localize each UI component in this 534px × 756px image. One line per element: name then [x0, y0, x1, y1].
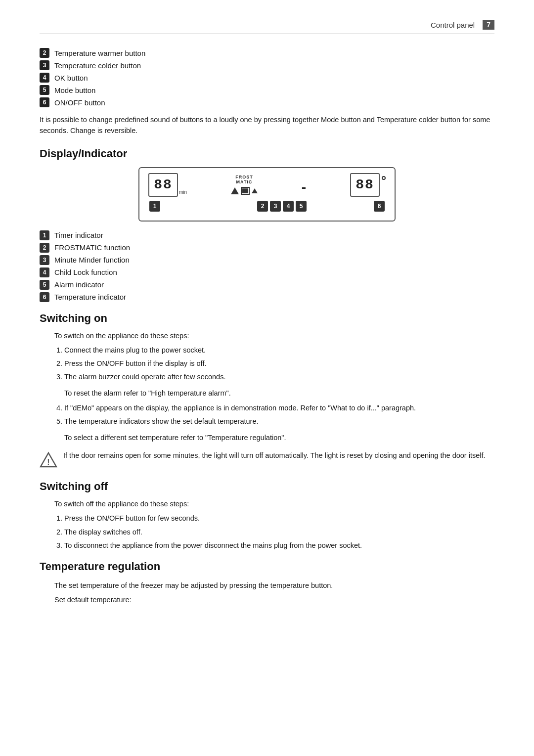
button-note: It is possible to change predefined soun…: [40, 114, 494, 136]
degree-circle: [382, 176, 386, 180]
indicator-label-4: Child Lock function: [54, 268, 117, 276]
step-5-sub: To select a different set temperature re…: [64, 433, 494, 444]
item-label-4: OK button: [54, 74, 88, 82]
indicator-item-6: 6 Temperature indicator: [40, 292, 494, 302]
indicator-label-5: Alarm indicator: [54, 280, 104, 289]
warning-icon: !: [40, 451, 57, 470]
temp-reg-sub: Set default temperature:: [54, 594, 494, 606]
diag-label-4: 4: [283, 201, 294, 212]
small-triangle-icon: [252, 188, 258, 193]
switching-off-heading: Switching off: [40, 480, 494, 493]
indicator-badge-1: 1: [40, 230, 49, 240]
indicator-item-4: 4 Child Lock function: [40, 267, 494, 277]
display-row: 88 min FROSTMATIC -: [148, 173, 386, 197]
indicator-item-1: 1 Timer indicator: [40, 230, 494, 240]
indicator-item-5: 5 Alarm indicator: [40, 280, 494, 290]
seg-left: 88: [148, 173, 178, 197]
warning-text: If the door remains open for some minute…: [63, 450, 486, 461]
warning-triangle-icon: !: [40, 451, 57, 469]
seg-right: 88: [350, 173, 380, 197]
step-5: The temperature indicators show the set …: [64, 416, 494, 427]
diagram-labels: 1 2 3 4 5 6: [148, 201, 386, 212]
right-display: 88: [350, 173, 386, 197]
item-label-6: ON/OFF button: [54, 98, 105, 107]
warning-box: ! If the door remains open for some minu…: [40, 450, 494, 470]
svg-text:!: !: [47, 458, 49, 466]
dash-separator: -: [302, 179, 306, 195]
page: Control panel 7 2 Temperature warmer but…: [0, 0, 534, 756]
list-item: 2 Temperature warmer button: [40, 48, 494, 58]
switching-on-body: To switch on the appliance do these step…: [54, 332, 494, 443]
min-label: min: [179, 189, 187, 195]
indicator-label-3: Minute Minder function: [54, 256, 130, 264]
indicator-badge-5: 5: [40, 280, 49, 290]
item-label-2: Temperature warmer button: [54, 49, 145, 57]
diag-label-5: 5: [296, 201, 307, 212]
indicator-badge-3: 3: [40, 255, 49, 265]
indicator-list: 1 Timer indicator 2 FROSTMATIC function …: [40, 230, 494, 302]
switching-off-intro: To switch off the appliance do these ste…: [54, 500, 494, 508]
temp-reg-heading: Temperature regulation: [40, 560, 494, 573]
key-icon: [241, 187, 250, 195]
display-diagram: 88 min FROSTMATIC -: [138, 167, 396, 222]
diag-label-6: 6: [374, 201, 385, 212]
step-2: Press the ON/OFF button if the display i…: [64, 358, 494, 369]
switching-off-steps: Press the ON/OFF button for few seconds.…: [64, 513, 494, 551]
badge-4: 4: [40, 73, 49, 83]
switching-on-heading: Switching on: [40, 312, 494, 325]
list-item: 6 ON/OFF button: [40, 97, 494, 107]
display-icons: [231, 187, 258, 195]
page-number: 7: [483, 20, 494, 30]
step-3: The alarm buzzer could operate after few…: [64, 371, 494, 383]
diag-label-3: 3: [270, 201, 281, 212]
list-item: 4 OK button: [40, 73, 494, 83]
indicator-badge-2: 2: [40, 243, 49, 253]
diag-label-2: 2: [257, 201, 268, 212]
badge-6: 6: [40, 97, 49, 107]
temp-reg-intro: The set temperature of the freezer may b…: [54, 580, 494, 591]
triangle-icon: [231, 187, 239, 194]
switching-on-steps: Connect the mains plug to the power sock…: [64, 345, 494, 383]
indicator-label-1: Timer indicator: [54, 231, 103, 239]
item-label-3: Temperature colder button: [54, 61, 141, 70]
frost-matic-label: FROSTMATIC: [235, 175, 253, 185]
indicator-badge-6: 6: [40, 292, 49, 302]
badge-5: 5: [40, 85, 49, 95]
temp-reg-body: The set temperature of the freezer may b…: [54, 580, 494, 606]
indicator-label-2: FROSTMATIC function: [54, 243, 130, 252]
switching-on-steps-cont: If "dEMo" appears on the display, the ap…: [64, 402, 494, 427]
indicator-badge-4: 4: [40, 267, 49, 277]
button-list: 2 Temperature warmer button 3 Temperatur…: [40, 48, 494, 107]
diag-label-1: 1: [149, 201, 160, 212]
badge-3: 3: [40, 60, 49, 70]
switching-on-intro: To switch on the appliance do these step…: [54, 332, 494, 340]
off-step-2: The display switches off.: [64, 527, 494, 538]
switching-off-body: To switch off the appliance do these ste…: [54, 500, 494, 551]
middle-section: FROSTMATIC: [231, 175, 258, 195]
step-3-sub: To reset the alarm refer to "High temper…: [64, 388, 494, 399]
indicator-label-6: Temperature indicator: [54, 293, 126, 301]
item-label-5: Mode button: [54, 86, 95, 94]
off-step-3: To disconnect the appliance from the pow…: [64, 540, 494, 551]
indicator-item-2: 2 FROSTMATIC function: [40, 243, 494, 253]
step-4: If "dEMo" appears on the display, the ap…: [64, 402, 494, 414]
display-diagram-container: 88 min FROSTMATIC -: [40, 167, 494, 222]
badge-2: 2: [40, 48, 49, 58]
list-item: 3 Temperature colder button: [40, 60, 494, 70]
display-heading: Display/Indicator: [40, 147, 494, 160]
indicator-item-3: 3 Minute Minder function: [40, 255, 494, 265]
list-item: 5 Mode button: [40, 85, 494, 95]
page-header: Control panel 7: [40, 20, 494, 34]
step-1: Connect the mains plug to the power sock…: [64, 345, 494, 356]
off-step-1: Press the ON/OFF button for few seconds.: [64, 513, 494, 524]
header-title: Control panel: [431, 21, 475, 29]
diag-labels-middle: 2 3 4 5: [257, 201, 307, 212]
left-display: 88 min: [148, 173, 187, 197]
